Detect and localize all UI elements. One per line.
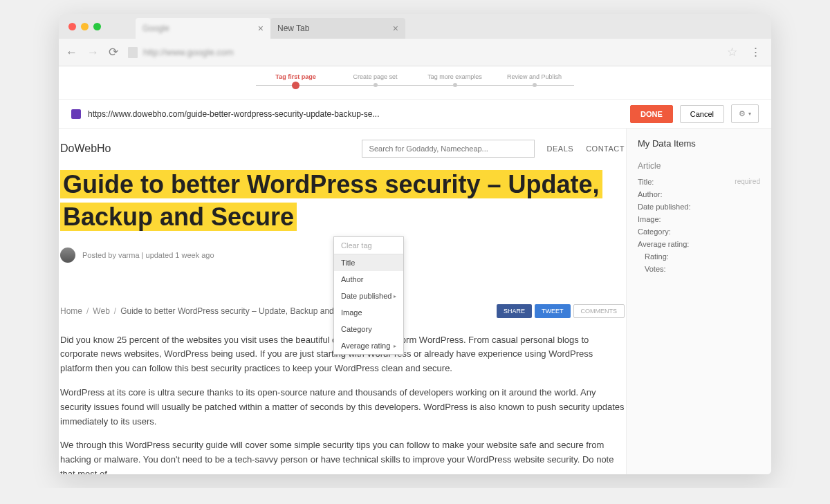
browser-tab-new[interactable]: New Tab × <box>270 18 405 39</box>
tweet-button[interactable]: TWEET <box>535 304 571 318</box>
tab-title-blurred: Google <box>142 24 169 33</box>
nav-deals[interactable]: DEALS <box>547 144 574 153</box>
step-create-page-set[interactable]: Create page set <box>335 73 415 89</box>
site-header: DoWebHo DEALS CONTACT <box>59 129 626 169</box>
address-bar[interactable]: http://www.google.com <box>128 47 717 58</box>
tab-title: New Tab <box>277 24 309 33</box>
ctx-item-image[interactable]: Image <box>334 304 403 321</box>
step-dot-icon <box>374 83 378 87</box>
action-bar: https://www.dowebho.com/guide-better-wor… <box>59 100 771 129</box>
search-input[interactable] <box>362 140 535 158</box>
ctx-clear-tag[interactable]: Clear tag <box>334 237 403 254</box>
menu-dots-icon[interactable]: ⋮ <box>747 45 764 59</box>
field-title[interactable]: Title: required <box>638 178 760 186</box>
field-average-rating[interactable]: Average rating: <box>638 240 760 248</box>
data-items-sidebar: My Data Items Article Title: required Au… <box>626 129 771 474</box>
chrome-toolbar: ← → ⟳ http://www.google.com ☆ ⋮ <box>59 39 771 66</box>
url-text-blurred: http://www.google.com <box>143 47 234 57</box>
ctx-item-author[interactable]: Author <box>334 271 403 288</box>
done-button[interactable]: DONE <box>630 105 673 123</box>
browser-tab-active[interactable]: Google × <box>136 18 270 39</box>
ctx-item-average-rating[interactable]: Average rating ▸ <box>334 337 403 354</box>
body-paragraph: WordPress at its core is ultra secure th… <box>60 386 625 429</box>
minimize-window-icon[interactable] <box>81 23 89 30</box>
breadcrumb-web[interactable]: Web <box>93 306 109 316</box>
settings-button[interactable]: ⚙ ▾ <box>731 104 759 123</box>
page-url: https://www.dowebho.com/guide-better-wor… <box>88 109 623 119</box>
step-dot-icon <box>292 82 299 89</box>
chevron-right-icon: ▸ <box>394 293 396 299</box>
gear-icon: ⚙ <box>739 109 746 118</box>
step-tag-more-examples[interactable]: Tag more examples <box>415 73 495 89</box>
ctx-item-title[interactable]: Title <box>334 254 403 271</box>
sidebar-group-article: Article <box>638 161 760 171</box>
field-category[interactable]: Category: <box>638 227 760 236</box>
progress-stepper: Tag first page Create page set Tag more … <box>59 66 771 100</box>
breadcrumb-current: Guide to better WordPress security – Upd… <box>120 306 362 316</box>
forward-icon[interactable]: → <box>87 46 99 59</box>
tag-context-menu: Clear tag Title Author Date published ▸ … <box>333 236 404 355</box>
field-date-published[interactable]: Date published: <box>638 203 760 211</box>
step-dot-icon <box>453 83 457 87</box>
step-dot-icon <box>533 83 537 87</box>
field-image[interactable]: Image: <box>638 215 760 223</box>
url-favicon <box>71 109 81 119</box>
step-review-publish[interactable]: Review and Publish <box>495 73 574 89</box>
close-window-icon[interactable] <box>68 23 76 30</box>
comments-button[interactable]: COMMENTS <box>573 304 625 318</box>
page-content: DoWebHo DEALS CONTACT Guide to better Wo… <box>59 129 626 474</box>
caret-down-icon: ▾ <box>748 111 751 117</box>
page-icon <box>128 47 138 58</box>
reload-icon[interactable]: ⟳ <box>109 45 118 59</box>
field-votes[interactable]: Votes: <box>638 265 760 273</box>
window-controls <box>68 23 101 30</box>
browser-window: Google × New Tab × ← → ⟳ http://www.goog… <box>59 14 771 474</box>
article: Guide to better WordPress security – Upd… <box>59 169 626 474</box>
close-tab-icon[interactable]: × <box>258 23 264 34</box>
chevron-right-icon: ▸ <box>394 343 396 349</box>
field-author[interactable]: Author: <box>638 190 760 198</box>
close-tab-icon[interactable]: × <box>393 23 398 34</box>
share-button[interactable]: SHARE <box>497 304 532 318</box>
site-logo[interactable]: DoWebHo <box>60 142 111 155</box>
maximize-window-icon[interactable] <box>93 23 101 30</box>
chrome-tab-strip: Google × New Tab × <box>59 14 771 39</box>
article-title[interactable]: Guide to better WordPress security – Upd… <box>60 170 602 231</box>
nav-contact[interactable]: CONTACT <box>586 144 625 153</box>
meta-text: Posted by varma | updated 1 week ago <box>82 251 214 259</box>
avatar <box>60 248 75 263</box>
field-rating[interactable]: Rating: <box>638 252 760 261</box>
breadcrumb-home[interactable]: Home <box>60 306 82 316</box>
back-icon[interactable]: ← <box>66 46 77 59</box>
body-paragraph: We through this WordPress security guide… <box>60 438 625 474</box>
ctx-item-date-published[interactable]: Date published ▸ <box>334 288 403 304</box>
ctx-item-category[interactable]: Category <box>334 321 403 337</box>
sidebar-heading: My Data Items <box>638 138 760 149</box>
cancel-button[interactable]: Cancel <box>680 105 724 123</box>
main-layout: DoWebHo DEALS CONTACT Guide to better Wo… <box>59 129 771 474</box>
bookmark-star-icon[interactable]: ☆ <box>727 45 737 59</box>
step-tag-first-page[interactable]: Tag first page <box>256 73 335 89</box>
